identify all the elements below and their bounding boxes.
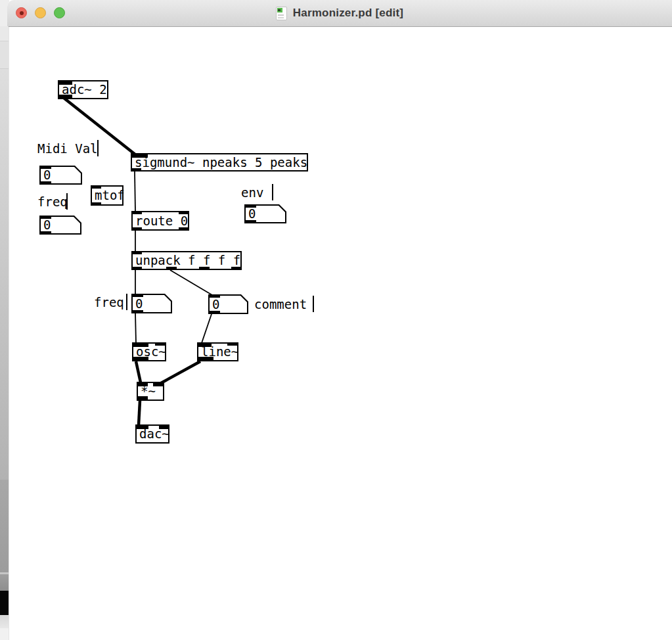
- connection-unpack-to-ramp-number-control[interactable]: [170, 270, 212, 295]
- connection-times-to-dac-signal[interactable]: [139, 401, 140, 425]
- inlet-0-signal[interactable]: [135, 424, 148, 429]
- box-text: 0: [246, 206, 256, 222]
- number-box-unpack-freq-number[interactable]: 0: [131, 294, 172, 313]
- background-window-edge-segment: [0, 628, 9, 640]
- comment-comment-comment[interactable]: comment: [254, 297, 307, 311]
- object-box-times[interactable]: *~: [137, 382, 164, 401]
- text-edit-cursor: [272, 184, 273, 200]
- outlet-1[interactable]: [179, 227, 189, 231]
- object-box-adc[interactable]: adc~ 2: [58, 80, 108, 99]
- object-box-dac[interactable]: dac~: [135, 424, 169, 444]
- object-box-osc[interactable]: osc~: [132, 342, 166, 361]
- outlet-3[interactable]: [231, 267, 242, 270]
- outlet-0-signal[interactable]: [137, 396, 148, 401]
- outlet-0-signal[interactable]: [197, 357, 213, 361]
- connection-osc-to-times-signal[interactable]: [136, 361, 141, 382]
- connection-sigmund-to-route-control[interactable]: [135, 171, 135, 212]
- inlet-0-signal[interactable]: [58, 80, 72, 85]
- number-box-freq-number[interactable]: 0: [39, 216, 81, 235]
- screen: Harmonizer.pd [edit] adc~ 2sigmund~ npea…: [0, 0, 672, 640]
- background-window-edge: [0, 26, 9, 640]
- background-window-edge-segment: [0, 26, 9, 41]
- outlet-1[interactable]: [166, 267, 177, 270]
- inlet-1-signal[interactable]: [159, 424, 169, 429]
- inlet-0-signal[interactable]: [197, 342, 212, 347]
- background-window-edge-segment: [0, 574, 9, 591]
- box-text: mtof: [92, 187, 122, 204]
- number-box-midi-val-number[interactable]: 0: [39, 166, 82, 185]
- comment-midi-val-comment[interactable]: Midi Val: [37, 141, 98, 156]
- background-window-edge-segment: [0, 69, 9, 480]
- inlet-1[interactable]: [179, 211, 189, 214]
- comment-env-comment[interactable]: env: [241, 185, 263, 200]
- outlet-0[interactable]: [131, 267, 142, 270]
- inlet-1[interactable]: [155, 342, 166, 346]
- object-box-line[interactable]: line~: [197, 342, 238, 361]
- background-window-edge-segment: [0, 591, 9, 615]
- comment-freq-comment[interactable]: freq: [37, 194, 68, 209]
- box-text: unpack f f f f: [133, 252, 240, 269]
- connection-freq-number-to-osc-control[interactable]: [135, 313, 136, 343]
- inlet-0-signal[interactable]: [137, 382, 148, 386]
- text-edit-cursor: [97, 140, 99, 156]
- box-text: 0: [41, 167, 51, 183]
- connection-ramp-number-to-line-control[interactable]: [202, 314, 212, 343]
- box-text: 0: [133, 295, 143, 312]
- comment-text: Midi Val: [37, 141, 98, 156]
- inlet-0[interactable]: [91, 185, 101, 189]
- number-box-env-number[interactable]: 0: [244, 204, 286, 223]
- outlet-0[interactable]: [131, 227, 142, 231]
- object-box-mtof[interactable]: mtof: [91, 185, 123, 206]
- text-edit-cursor: [66, 193, 68, 210]
- comment-freq2-comment[interactable]: freq: [94, 295, 124, 309]
- background-window-edge-segment: [0, 615, 9, 628]
- number-box-ramp-number[interactable]: 0: [208, 294, 248, 314]
- inlet-1[interactable]: [227, 342, 238, 346]
- box-text: 0: [41, 217, 51, 233]
- object-box-route[interactable]: route 0: [131, 211, 189, 231]
- inlet-1-signal[interactable]: [153, 382, 164, 386]
- outlet-2[interactable]: [199, 267, 210, 270]
- inlet-0-signal[interactable]: [132, 342, 148, 347]
- inlet-0[interactable]: [131, 251, 142, 254]
- background-window-edge-segment: [0, 41, 9, 69]
- object-box-sigmund[interactable]: sigmund~ npeaks 5 peaks: [131, 153, 308, 171]
- background-window-edge-segment: [0, 480, 9, 572]
- inlet-0-signal[interactable]: [131, 153, 148, 158]
- outlet-0-signal[interactable]: [132, 357, 148, 361]
- comment-text: comment: [254, 297, 307, 311]
- outlet-0[interactable]: [131, 168, 141, 171]
- comment-text: freq: [37, 194, 68, 209]
- text-edit-cursor: [126, 294, 127, 310]
- comment-text: env: [241, 185, 263, 200]
- text-edit-cursor: [313, 296, 314, 312]
- box-text: sigmund~ npeaks 5 peaks: [132, 154, 307, 170]
- comment-text: freq: [94, 295, 124, 309]
- outlet-0-signal[interactable]: [58, 95, 72, 99]
- object-box-unpack[interactable]: unpack f f f f: [131, 251, 242, 270]
- box-text: 0: [210, 296, 219, 313]
- inlet-0[interactable]: [131, 211, 142, 214]
- outlet-0[interactable]: [91, 202, 101, 206]
- connection-line-to-times-signal[interactable]: [161, 361, 200, 383]
